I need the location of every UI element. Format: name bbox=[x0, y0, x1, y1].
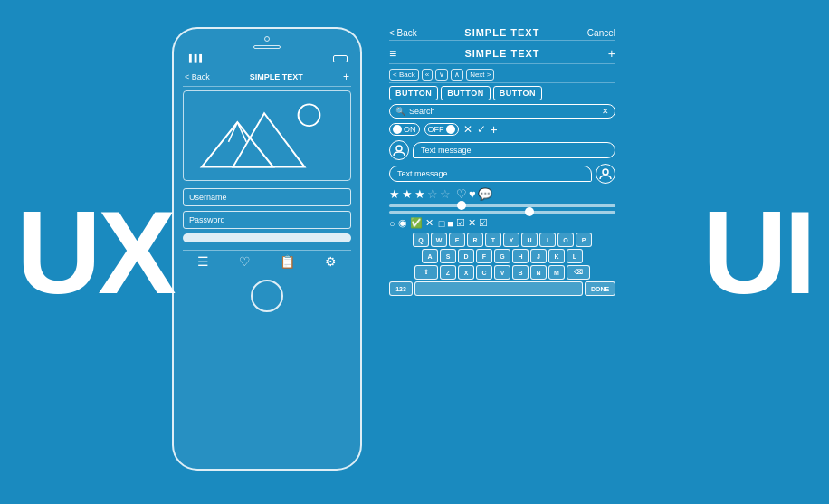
double-left-button[interactable]: « bbox=[422, 69, 433, 81]
phone-bottom-nav: ☰ ♡ 📋 ⚙ bbox=[183, 250, 351, 272]
key-b[interactable]: B bbox=[512, 265, 529, 280]
keyboard-row-2: A S D F G H J K L bbox=[389, 249, 615, 263]
phone-back-button[interactable]: < Back bbox=[185, 72, 210, 81]
phone-status-bar: ▐▐▐ bbox=[183, 52, 351, 64]
svg-point-0 bbox=[299, 104, 320, 126]
back-arrow-button[interactable]: < Back bbox=[389, 69, 419, 81]
chat-bubble-2: Text message bbox=[389, 166, 592, 182]
heart-icon[interactable]: ♡ bbox=[239, 254, 251, 269]
password-placeholder: Password bbox=[189, 215, 225, 224]
square-empty[interactable]: □ bbox=[439, 218, 445, 229]
key-o[interactable]: O bbox=[557, 233, 574, 247]
key-i[interactable]: I bbox=[539, 233, 556, 247]
hamburger-menu-icon[interactable]: ≡ bbox=[389, 46, 396, 61]
key-e[interactable]: E bbox=[449, 233, 465, 247]
key-a[interactable]: A bbox=[422, 249, 438, 263]
search-bar[interactable]: 🔍 Search ✕ bbox=[389, 104, 615, 119]
box-check[interactable]: ☑ bbox=[479, 217, 488, 229]
key-h[interactable]: H bbox=[512, 249, 529, 263]
star-3[interactable]: ★ bbox=[414, 187, 425, 201]
button-3[interactable]: BUTTON bbox=[493, 86, 542, 100]
chat-row-1: Text message bbox=[389, 140, 615, 160]
key-d[interactable]: D bbox=[458, 249, 474, 263]
toggle-off[interactable]: OFF bbox=[424, 123, 459, 136]
square-filled[interactable]: ■ bbox=[447, 218, 453, 229]
key-space[interactable] bbox=[414, 281, 583, 296]
key-j[interactable]: J bbox=[530, 249, 547, 263]
button-1[interactable]: BUTTON bbox=[389, 86, 438, 100]
star-5[interactable]: ☆ bbox=[440, 187, 451, 201]
avatar-2 bbox=[596, 164, 615, 184]
key-y[interactable]: Y bbox=[503, 233, 519, 247]
plus-icon[interactable]: + bbox=[491, 122, 498, 137]
password-field[interactable]: Password bbox=[183, 211, 351, 229]
phone-plus-button[interactable]: + bbox=[343, 71, 349, 83]
key-l[interactable]: L bbox=[567, 249, 583, 263]
square-check[interactable]: ☑ bbox=[456, 217, 465, 229]
button-row: BUTTON BUTTON BUTTON bbox=[389, 86, 615, 100]
slider-2[interactable] bbox=[389, 211, 615, 214]
slider-thumb-1[interactable] bbox=[457, 201, 466, 210]
nav-cancel-button[interactable]: Cancel bbox=[587, 28, 615, 38]
key-n[interactable]: N bbox=[530, 265, 547, 280]
up-arrow-button[interactable]: ∧ bbox=[451, 69, 463, 81]
slider-thumb-2[interactable] bbox=[525, 207, 534, 216]
key-k[interactable]: K bbox=[548, 249, 565, 263]
star-1[interactable]: ★ bbox=[389, 187, 400, 201]
heart-filled[interactable]: ♥ bbox=[469, 187, 476, 201]
star-4[interactable]: ☆ bbox=[427, 187, 438, 201]
star-2[interactable]: ★ bbox=[402, 187, 413, 201]
heart-empty[interactable]: ♡ bbox=[456, 187, 467, 201]
phone-home-button[interactable] bbox=[251, 280, 283, 312]
hamburger-icon[interactable]: ☰ bbox=[197, 254, 209, 269]
close-icon[interactable]: ✕ bbox=[463, 123, 472, 136]
button-2[interactable]: BUTTON bbox=[441, 86, 490, 100]
key-shift[interactable]: ⇧ bbox=[414, 265, 438, 280]
login-button[interactable] bbox=[183, 233, 351, 242]
username-field[interactable]: Username bbox=[183, 188, 351, 206]
key-p[interactable]: P bbox=[576, 233, 592, 247]
slider-row-2 bbox=[389, 211, 615, 214]
nav-back-button[interactable]: < Back bbox=[389, 28, 417, 38]
toggle-on-label: ON bbox=[404, 125, 416, 134]
phone-camera bbox=[264, 36, 270, 42]
key-done[interactable]: DONE bbox=[585, 281, 615, 296]
check-circle[interactable]: ✅ bbox=[410, 217, 423, 229]
square-x[interactable]: ✕ bbox=[468, 217, 476, 229]
toggle-row: ON OFF ✕ ✓ + bbox=[389, 122, 615, 137]
key-t[interactable]: T bbox=[485, 233, 501, 247]
key-f[interactable]: F bbox=[476, 249, 492, 263]
circle-check[interactable]: ◉ bbox=[398, 217, 407, 229]
check-icon[interactable]: ✓ bbox=[477, 123, 486, 136]
phone-speaker bbox=[253, 45, 281, 49]
next-arrow-button[interactable]: Next > bbox=[466, 69, 494, 81]
avatar-1 bbox=[389, 140, 409, 160]
key-q[interactable]: Q bbox=[413, 233, 429, 247]
key-s[interactable]: S bbox=[440, 249, 456, 263]
circle-empty[interactable]: ○ bbox=[389, 218, 395, 229]
key-v[interactable]: V bbox=[494, 265, 510, 280]
chat-icon[interactable]: 💬 bbox=[478, 187, 492, 201]
arrow-nav-row: < Back « ∨ ∧ Next > bbox=[389, 67, 615, 83]
settings-icon[interactable]: ⚙ bbox=[325, 254, 337, 269]
key-123[interactable]: 123 bbox=[389, 281, 413, 296]
key-x[interactable]: X bbox=[458, 265, 474, 280]
key-g[interactable]: G bbox=[494, 249, 510, 263]
list-icon[interactable]: 📋 bbox=[280, 254, 295, 269]
key-z[interactable]: Z bbox=[440, 265, 456, 280]
x-circle[interactable]: ✕ bbox=[425, 217, 434, 229]
down-arrow-button[interactable]: ∨ bbox=[435, 69, 448, 81]
key-c[interactable]: C bbox=[476, 265, 492, 280]
search-clear-button[interactable]: ✕ bbox=[602, 107, 609, 116]
key-m[interactable]: M bbox=[548, 265, 565, 280]
keyboard: Q W E R T Y U I O P A S D F G H J K bbox=[389, 233, 615, 296]
title-bar-title: SIMPLE TEXT bbox=[464, 48, 539, 59]
key-r[interactable]: R bbox=[467, 233, 483, 247]
key-u[interactable]: U bbox=[521, 233, 538, 247]
slider-1[interactable] bbox=[389, 204, 615, 207]
add-button[interactable]: + bbox=[608, 46, 615, 61]
key-backspace[interactable]: ⌫ bbox=[567, 265, 590, 280]
key-w[interactable]: W bbox=[431, 233, 447, 247]
toggle-on[interactable]: ON bbox=[389, 123, 420, 136]
checkbox-row: ○ ◉ ✅ ✕ □ ■ ☑ ✕ ☑ bbox=[389, 217, 615, 229]
